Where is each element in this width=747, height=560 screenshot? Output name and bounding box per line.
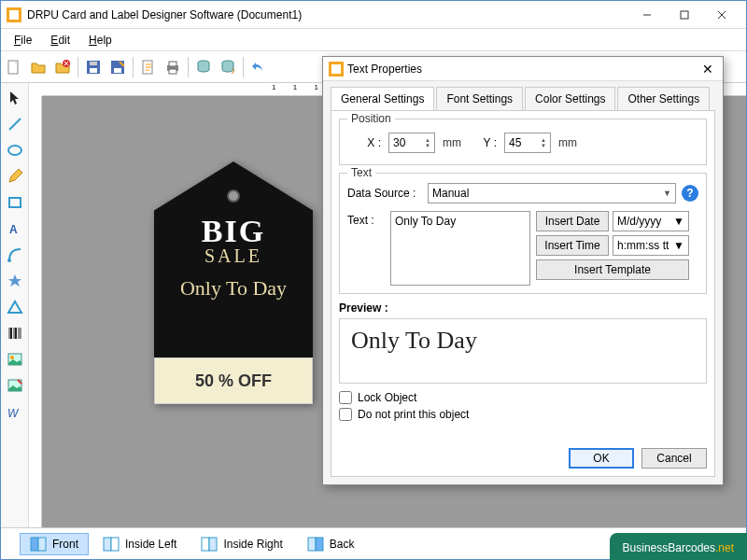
tab-inside-left[interactable]: Inside Left: [92, 533, 187, 555]
tool-tray: A W: [1, 83, 29, 527]
svg-text:A: A: [9, 223, 18, 236]
triangle-tool-icon[interactable]: [4, 296, 26, 318]
barcode-tool-icon[interactable]: [4, 322, 26, 344]
tab-font-settings[interactable]: Font Settings: [436, 87, 523, 110]
line-tool-icon[interactable]: [4, 113, 26, 135]
x-input[interactable]: 30▲▼: [388, 133, 435, 153]
svg-point-26: [7, 259, 11, 262]
svg-rect-42: [209, 538, 217, 551]
svg-text:W: W: [7, 407, 20, 420]
svg-point-34: [10, 356, 14, 359]
menubar: File Edit Help: [1, 29, 746, 51]
undo-icon[interactable]: [247, 56, 270, 78]
ok-button[interactable]: OK: [569, 448, 634, 469]
watermark: BusinessBarcodes.net: [610, 533, 747, 560]
svg-rect-24: [9, 198, 21, 207]
save-icon[interactable]: [82, 56, 105, 78]
tab-back[interactable]: Back: [297, 533, 365, 555]
svg-rect-19: [169, 69, 176, 74]
tab-general-settings[interactable]: General Settings: [331, 87, 434, 110]
data-source-select[interactable]: Manual▼: [428, 183, 676, 203]
pencil-tool-icon[interactable]: [4, 165, 26, 188]
tab-front[interactable]: Front: [20, 533, 89, 555]
svg-point-23: [8, 146, 21, 155]
window-title: DRPU Card and Label Designer Software (D…: [27, 8, 628, 21]
svg-line-22: [9, 119, 21, 130]
menu-edit[interactable]: Edit: [41, 32, 79, 49]
help-icon[interactable]: ?: [682, 185, 698, 202]
price-tag-design[interactable]: BIG SALE Only To Day 50 % OFF: [154, 161, 313, 404]
new-icon[interactable]: [3, 56, 25, 78]
dialog-titlebar[interactable]: Text Properties ✕: [323, 57, 723, 81]
image-tool-icon[interactable]: [4, 348, 26, 371]
star-tool-icon[interactable]: [4, 270, 26, 292]
tag-text-big: BIG: [154, 161, 313, 249]
svg-rect-15: [114, 68, 121, 73]
insert-template-button[interactable]: Insert Template: [536, 259, 689, 280]
svg-rect-37: [31, 538, 38, 551]
text-properties-dialog: Text Properties ✕ General Settings Font …: [322, 56, 724, 485]
dialog-title: Text Properties: [347, 63, 698, 76]
text-group: Text Data Source : Manual▼ ? Text : Inse…: [339, 173, 707, 294]
text-tool-icon[interactable]: A: [4, 217, 26, 240]
db-icon[interactable]: [192, 56, 215, 78]
pointer-tool-icon[interactable]: [4, 87, 26, 109]
print-icon[interactable]: [162, 56, 184, 78]
svg-rect-39: [104, 538, 111, 551]
svg-rect-1: [9, 10, 19, 20]
edit-icon[interactable]: [137, 56, 160, 78]
svg-rect-46: [331, 64, 341, 74]
svg-rect-3: [681, 11, 688, 19]
close-button[interactable]: [703, 2, 740, 28]
maximize-button[interactable]: [666, 2, 703, 28]
insert-date-button[interactable]: Insert Date: [536, 211, 609, 231]
app-icon: [7, 7, 21, 22]
ruler-vertical: [29, 96, 42, 527]
tag-text-only: Only To Day: [154, 276, 313, 301]
saveas-icon[interactable]: [106, 56, 129, 78]
minimize-button[interactable]: [628, 2, 666, 28]
lock-object-checkbox[interactable]: Lock Object: [339, 391, 707, 404]
titlebar: DRPU Card and Label Designer Software (D…: [1, 1, 746, 29]
svg-rect-13: [90, 62, 97, 65]
data-source-label: Data Source :: [347, 187, 422, 200]
cancel-button[interactable]: Cancel: [641, 448, 707, 469]
svg-rect-41: [202, 538, 209, 551]
position-group: Position X : 30▲▼ mm Y : 45▲▼ mm: [339, 119, 707, 165]
dialog-icon: [329, 62, 344, 77]
tab-other-settings[interactable]: Other Settings: [617, 87, 710, 110]
tag-text-sale: SALE: [154, 245, 313, 267]
dialog-close-icon[interactable]: ✕: [698, 62, 717, 77]
text-textarea[interactable]: [390, 211, 530, 286]
date-format-select[interactable]: M/d/yyyy▼: [613, 211, 689, 231]
svg-rect-18: [169, 62, 176, 66]
menu-help[interactable]: Help: [79, 32, 121, 49]
text-label: Text :: [347, 211, 385, 286]
db-import-icon[interactable]: [217, 56, 239, 78]
preview-box: Only To Day: [339, 318, 707, 384]
tag-text-off: 50 % OFF: [154, 357, 313, 404]
time-format-select[interactable]: h:mm:ss tt▼: [613, 235, 689, 256]
preview-label: Preview :: [339, 301, 707, 315]
library-tool-icon[interactable]: [4, 374, 26, 397]
close-doc-icon[interactable]: [51, 56, 74, 78]
svg-rect-40: [111, 538, 119, 551]
y-input[interactable]: 45▲▼: [504, 133, 551, 153]
svg-rect-44: [316, 538, 323, 551]
menu-file[interactable]: File: [5, 32, 41, 49]
open-icon[interactable]: [27, 56, 49, 78]
do-not-print-checkbox[interactable]: Do not print this object: [339, 408, 707, 421]
x-label: X :: [357, 136, 381, 149]
svg-rect-38: [38, 538, 46, 551]
rect-tool-icon[interactable]: [4, 191, 26, 214]
svg-rect-12: [90, 68, 97, 73]
insert-time-button[interactable]: Insert Time: [536, 235, 609, 256]
y-label: Y :: [469, 136, 497, 149]
ellipse-tool-icon[interactable]: [4, 139, 26, 161]
tab-color-settings[interactable]: Color Settings: [525, 87, 615, 110]
arc-tool-icon[interactable]: [4, 244, 26, 266]
svg-rect-43: [308, 538, 316, 551]
tab-inside-right[interactable]: Inside Right: [190, 533, 292, 555]
wordart-tool-icon[interactable]: W: [4, 400, 26, 423]
dialog-tabs: General Settings Font Settings Color Set…: [323, 81, 723, 110]
